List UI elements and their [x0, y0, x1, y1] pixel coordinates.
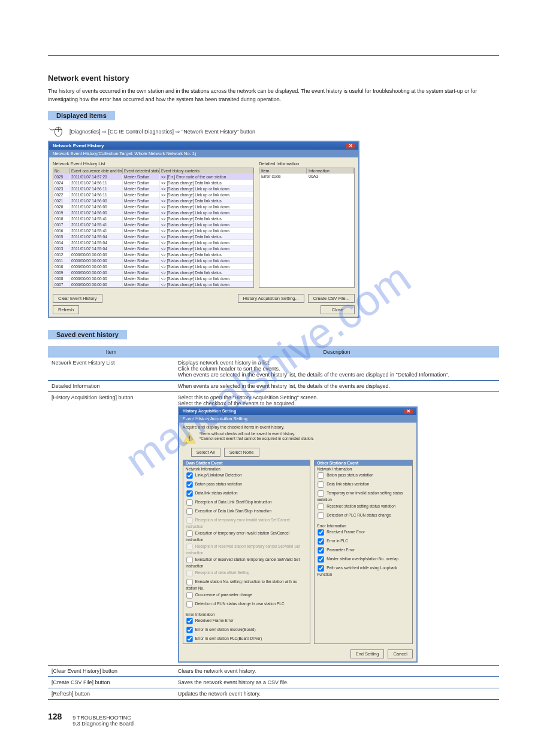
table-header[interactable]: No. Event occurence date and time Event … — [53, 168, 253, 174]
checkbox-item[interactable]: Data link status variation — [315, 480, 412, 489]
section-text: The history of events occurred in the ow… — [48, 87, 499, 104]
checkbox-item[interactable]: Parameter Error — [315, 546, 412, 555]
other-station-group: Other Stations EventNetwork InformationB… — [314, 460, 413, 644]
table-row[interactable]: 00172011/01/07 14:55:41Master Station<> … — [53, 221, 253, 227]
checkbox-input[interactable] — [186, 557, 192, 563]
checkbox-input[interactable] — [186, 570, 192, 576]
cell-dt: 0000/00/00 00:00:00 — [70, 264, 123, 269]
event-history-table[interactable]: No. Event occurence date and time Event … — [53, 168, 254, 288]
cell-no: 0020 — [53, 204, 70, 210]
checkbox-input[interactable] — [318, 503, 324, 509]
checkbox-input[interactable] — [186, 592, 192, 598]
checkbox-item[interactable]: Execution of Data Link Start/Stop instru… — [183, 507, 310, 516]
checkbox-input[interactable] — [186, 618, 192, 624]
checkbox-item[interactable]: Execution of temporary error invalid sta… — [183, 529, 310, 542]
checkbox-input[interactable] — [318, 547, 324, 553]
th-no[interactable]: No. — [53, 168, 70, 174]
checkbox-input[interactable] — [186, 472, 192, 478]
close-button[interactable]: Close — [321, 305, 355, 314]
table-row[interactable]: 00252011/01/07 14:57:20Master Station<> … — [53, 174, 253, 180]
table-row[interactable]: 00232011/01/07 14:56:11Master Station<> … — [53, 186, 253, 192]
th-contents[interactable]: Event history contents — [160, 168, 253, 174]
table-row[interactable]: 00090000/00/00 00:00:00Master Station<> … — [53, 269, 253, 275]
cell-ct: <> [Status change] Link up or link down. — [160, 282, 253, 287]
checkbox-item[interactable]: Execution of reserved station temporary … — [183, 555, 310, 569]
cell-ct: <> [Status change] Link up or link down. — [160, 228, 253, 233]
table-row[interactable]: 00222011/01/07 14:56:11Master Station<> … — [53, 192, 253, 198]
checkbox-item[interactable]: Master station overlap/station No. overl… — [315, 555, 412, 564]
table-row[interactable]: 00242011/01/07 14:56:11Master Station<> … — [53, 180, 253, 186]
checkbox-input[interactable] — [186, 508, 192, 514]
checkbox-item[interactable]: Reception of Data Link Start/Stop instru… — [183, 498, 310, 507]
checkbox-input[interactable] — [186, 636, 192, 642]
checkbox-input[interactable] — [186, 579, 192, 585]
checkbox-item[interactable]: Detection of PLC RUN status change — [315, 511, 412, 520]
cell-item: [Refresh] button — [48, 688, 174, 700]
checkbox-input[interactable] — [186, 517, 192, 523]
checkbox-item[interactable]: Received Frame Error — [315, 528, 412, 537]
close-icon[interactable]: ✕ — [404, 409, 413, 414]
table-row[interactable]: 00120000/00/00 00:00:00Master Station<> … — [53, 251, 253, 257]
table-row[interactable]: 00152011/01/07 14:55:04Master Station<> … — [53, 233, 253, 239]
checkbox-item[interactable]: Data link status variation — [183, 489, 310, 498]
refresh-button[interactable]: Refresh — [53, 305, 79, 314]
table-row[interactable]: 00182011/01/07 14:55:41Master Station<> … — [53, 215, 253, 221]
checkbox-item[interactable]: Error in own station PLC(Board Driver) — [183, 634, 310, 643]
end-setting-button[interactable]: End Setting — [350, 649, 385, 658]
table-row[interactable]: 00162011/01/07 14:55:41Master Station<> … — [53, 227, 253, 233]
checkbox-input[interactable] — [186, 530, 192, 536]
cell-st: Master Station — [123, 258, 160, 263]
cancel-button[interactable]: Cancel — [388, 649, 412, 658]
checkbox-item[interactable]: Execute station No. setting instruction … — [183, 578, 310, 591]
table-row[interactable]: 00142011/01/07 14:55:04Master Station<> … — [53, 239, 253, 245]
create-csv-button[interactable]: Create CSV File... — [308, 294, 355, 303]
clear-history-button[interactable]: Clear Event History — [53, 294, 102, 303]
checkbox-input[interactable] — [186, 627, 192, 633]
checkbox-input[interactable] — [318, 565, 324, 571]
checkbox-item[interactable]: Error in own station module(Board) — [183, 626, 310, 634]
table-row[interactable]: 00110000/00/00 00:00:00Master Station<> … — [53, 257, 253, 263]
table-row[interactable]: 00212011/01/07 14:56:00Master Station<> … — [53, 198, 253, 204]
checkbox-input[interactable] — [318, 481, 324, 487]
checkbox-item[interactable]: Linkup/Linkdown Detection — [183, 471, 310, 480]
checkbox-item[interactable]: Temporary error invalid station setting … — [315, 489, 412, 502]
checkbox-input[interactable] — [318, 490, 324, 496]
checkbox-input[interactable] — [186, 601, 192, 607]
table-row[interactable]: 00070000/00/00 00:00:00Master Station<> … — [53, 281, 253, 287]
checkbox-input[interactable] — [186, 499, 192, 505]
history-acquisition-button[interactable]: History Acquisition Setting... — [238, 294, 304, 303]
cell-ct: <> [Status change] Link up or link down. — [160, 240, 253, 245]
checkbox-input[interactable] — [186, 490, 192, 496]
checkbox-item[interactable]: Path was switched while using Loopback F… — [315, 564, 412, 577]
th-station[interactable]: Event detected station — [123, 168, 160, 174]
checkbox-item[interactable]: Reception of reserved station temporary … — [183, 542, 310, 555]
table-row[interactable]: 00100000/00/00 00:00:00Master Station<> … — [53, 263, 253, 269]
checkbox-item[interactable]: Reception of temporary error invalid sta… — [183, 516, 310, 529]
checkbox-item[interactable]: Detection of RUN status change in own st… — [183, 600, 310, 609]
checkbox-input[interactable] — [318, 512, 324, 518]
table-row[interactable]: 00192011/01/07 14:56:00Master Station<> … — [53, 210, 253, 215]
cell-ct: <> [Status change] Link up or link down. — [160, 222, 253, 227]
table-row[interactable]: 00080000/00/00 00:00:00Master Station<> … — [53, 275, 253, 281]
checkbox-input[interactable] — [318, 472, 324, 478]
checkbox-item[interactable]: Error in PLC — [315, 537, 412, 546]
checkbox-item[interactable]: Occurrence of parameter change — [183, 591, 310, 600]
cell-st: Master Station — [123, 240, 160, 245]
dialog-title-text: Network Event History — [53, 143, 104, 148]
checkbox-input[interactable] — [318, 538, 324, 544]
checkbox-input[interactable] — [186, 544, 192, 549]
checkbox-item[interactable]: Received Frame Error — [183, 617, 310, 626]
checkbox-input[interactable] — [186, 481, 192, 487]
checkbox-item[interactable]: Baton pass status variation — [183, 480, 310, 489]
table-row[interactable]: 00202011/01/07 14:56:00Master Station<> … — [53, 204, 253, 210]
close-icon[interactable]: ✕ — [346, 143, 355, 148]
checkbox-item[interactable]: Reserved station setting status variatio… — [315, 502, 412, 511]
checkbox-input[interactable] — [318, 529, 324, 535]
select-none-button[interactable]: Select None — [224, 448, 259, 457]
checkbox-item[interactable]: Baton pass status variation — [315, 471, 412, 480]
checkbox-item[interactable]: Reception of data offset Setting — [183, 569, 310, 578]
checkbox-input[interactable] — [318, 556, 324, 562]
th-datetime[interactable]: Event occurence date and time — [70, 168, 123, 174]
select-all-button[interactable]: Select All — [191, 448, 220, 457]
table-row[interactable]: 00132011/01/07 14:55:04Master Station<> … — [53, 245, 253, 251]
